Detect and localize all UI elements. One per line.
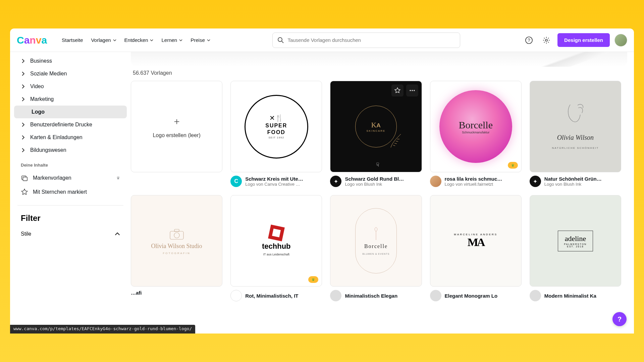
folder-icon (21, 174, 28, 182)
help-icon[interactable]: ? (523, 34, 535, 47)
chevron-right-icon (21, 148, 25, 153)
template-thumb[interactable]: adelinePALMERSTONEST. 2018 (530, 195, 621, 287)
sidebar-item-custom[interactable]: Benutzerdefinierte Drucke (14, 118, 127, 131)
template-thumb[interactable]: BorcelleBLUMEN & EVENTS (330, 195, 422, 287)
author-avatar[interactable] (230, 290, 242, 301)
template-subtitle: Logo von virtuell.fairnetzt (445, 182, 502, 187)
status-bar-url: www.canva.com/p/templates/EAFCEnkyG4o-sc… (10, 325, 195, 334)
sidebar-item-education[interactable]: Bildungswesen (14, 144, 127, 157)
template-thumb[interactable]: Olivia Wilson StudioFOTOGRAFIN (131, 195, 222, 287)
author-avatar[interactable]: C (230, 176, 242, 187)
template-title[interactable]: Schwarz Kreis mit Ute… (245, 176, 303, 182)
help-fab[interactable]: ? (612, 312, 627, 326)
crown-icon: ♛ (116, 176, 120, 180)
search-input[interactable] (287, 37, 455, 43)
chevron-right-icon (21, 122, 25, 127)
star-icon (21, 188, 28, 196)
chevron-right-icon (21, 97, 25, 102)
sidebar-item-marketing[interactable]: Marketing (14, 93, 127, 106)
svg-point-10 (414, 90, 415, 91)
author-avatar[interactable] (430, 176, 441, 187)
user-avatar[interactable] (614, 34, 627, 47)
template-thumb[interactable]: BorcelleSchmuckmanufaktur ♛ (430, 81, 522, 172)
chevron-right-icon (21, 135, 25, 140)
nav-home[interactable]: Startseite (62, 37, 83, 43)
plus-icon: ＋ (172, 115, 181, 128)
template-subtitle: Logo von Blush Ink (544, 182, 602, 187)
main-content: 56.637 Vorlagen ＋ Logo erstellen (leer) … (131, 52, 634, 334)
svg-point-12 (174, 233, 179, 238)
author-avatar[interactable] (530, 290, 541, 301)
chevron-up-icon (115, 231, 120, 237)
gear-icon[interactable] (540, 34, 553, 47)
template-title[interactable]: Modern Minimalist Ka (544, 293, 596, 299)
nav-templates[interactable]: Vorlagen (91, 37, 116, 43)
face-line-icon (564, 101, 587, 128)
template-thumb[interactable]: techhubIT aus Leidenschaft ♛ (230, 195, 322, 287)
svg-line-2 (282, 41, 283, 43)
template-count: 56.637 Vorlagen (133, 70, 627, 76)
chevron-down-icon (113, 39, 116, 42)
svg-rect-7 (23, 177, 27, 181)
author-avatar[interactable]: ✦ (330, 176, 341, 187)
your-content-label: Deine Inhalte (14, 157, 127, 171)
canva-logo[interactable]: Canva (17, 34, 54, 46)
sidebar-item-business[interactable]: Business (14, 55, 127, 67)
filter-heading: Filter (14, 212, 127, 228)
chevron-right-icon (21, 84, 25, 89)
create-blank-logo[interactable]: ＋ Logo erstellen (leer) (131, 81, 222, 172)
chevron-right-icon (21, 71, 25, 76)
more-button[interactable] (406, 84, 418, 97)
template-subtitle: Logo von Blush Ink (345, 182, 404, 187)
chevron-down-icon (150, 39, 153, 42)
template-thumb[interactable]: Olivia WilsonNATÜRLICHE SCHÖNHEIT (530, 81, 621, 172)
template-title[interactable]: Natur Schönheit Grün… (544, 176, 602, 182)
sidebar-item-brand-templates[interactable]: Markenvorlagen ♛ (14, 171, 127, 185)
template-thumb[interactable]: MARCELINE ANDERSMA (430, 195, 522, 287)
sidebar-item-social[interactable]: Soziale Medien (14, 67, 127, 80)
author-avatar[interactable]: ✦ (530, 176, 541, 187)
sidebar-item-starred[interactable]: Mit Sternchen markiert (14, 185, 127, 199)
svg-point-9 (412, 90, 413, 91)
template-title[interactable]: Elegant Monogram Lo (445, 293, 498, 299)
camera-icon (168, 227, 185, 241)
template-title[interactable]: Rot, Minimalistisch, IT (245, 293, 298, 299)
sidebar-item-logo[interactable]: Logo (14, 106, 127, 118)
template-title[interactable]: Minimalistisch Elegan (345, 293, 397, 299)
premium-badge-icon: ♛ (508, 162, 518, 169)
nav-prices[interactable]: Preise (191, 37, 210, 43)
nav-learn[interactable]: Lernen (161, 37, 182, 43)
template-title[interactable]: rosa lila kreis schmuc… (445, 176, 502, 182)
create-design-button[interactable]: Design erstellen (557, 33, 610, 47)
blank-label: Logo erstellen (leer) (153, 132, 200, 138)
app-header: Canva Startseite Vorlagen Entdecken Lern… (10, 28, 634, 52)
template-title[interactable]: …afi (131, 290, 142, 296)
svg-text:Canva: Canva (17, 35, 47, 46)
banner-bottom (131, 52, 627, 67)
filter-style[interactable]: Stile (14, 228, 127, 240)
nav-discover[interactable]: Entdecken (124, 37, 154, 43)
chevron-down-icon (207, 39, 210, 42)
premium-badge-icon: ♛ (308, 276, 318, 283)
cursor-icon: ☟ (376, 162, 379, 168)
chevron-down-icon (179, 39, 182, 42)
template-thumb[interactable]: ✕🍴SUPERFOODSEIT 1992 (230, 81, 322, 172)
template-thumb[interactable]: KᴀSKINCARE ☟ (330, 81, 422, 172)
sidebar-item-cards[interactable]: Karten & Einladungen (14, 131, 127, 144)
search-icon (277, 37, 284, 44)
author-avatar[interactable] (330, 290, 341, 301)
svg-point-5 (545, 39, 547, 41)
svg-point-8 (410, 90, 411, 91)
leaf-icon (389, 132, 402, 149)
chevron-right-icon (21, 59, 25, 63)
sidebar: Business Soziale Medien Video Marketing … (10, 52, 131, 334)
search-box[interactable] (272, 33, 460, 48)
flower-icon (371, 227, 381, 240)
svg-point-1 (278, 38, 282, 42)
sidebar-item-video[interactable]: Video (14, 80, 127, 93)
svg-text:?: ? (528, 38, 530, 43)
author-avatar[interactable] (430, 290, 441, 301)
template-subtitle: Logo von Canva Creative … (245, 182, 303, 187)
template-title[interactable]: Schwarz Gold Rund Bl… (345, 176, 404, 182)
star-button[interactable] (391, 84, 404, 97)
